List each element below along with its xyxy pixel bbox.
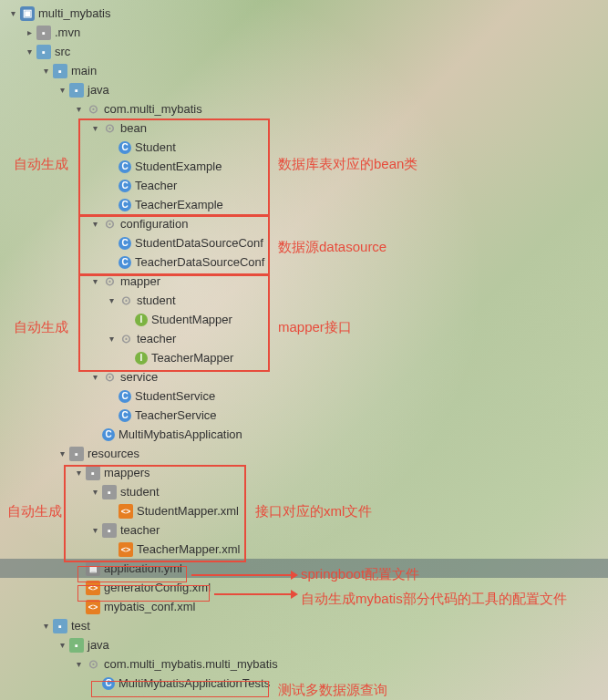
class-icon: C [119, 160, 131, 173]
folder-icon: ▪ [102, 523, 117, 538]
folder-icon: ▪ [36, 26, 51, 40]
tree-row-mapper-teacher[interactable]: ▾teacher [0, 329, 608, 348]
tree-row-mybatis-xml[interactable]: ▾<>mybatis_conf.xml [0, 597, 608, 616]
module-icon: ▣ [20, 6, 35, 21]
xml-icon: <> [119, 504, 133, 519]
class-icon: C [102, 428, 115, 441]
tree-row-class[interactable]: ▾CTeacherExample [0, 195, 608, 214]
tree-row-configuration[interactable]: ▾configuration [0, 214, 608, 233]
tree-row-test-java[interactable]: ▾▪java [0, 635, 608, 654]
tree-row-class[interactable]: ▾CStudentDataSourceConf [0, 233, 608, 252]
tree-row-main[interactable]: ▾▪main [0, 61, 608, 80]
tree-row-service[interactable]: ▾service [0, 367, 608, 386]
chevron-down-icon[interactable]: ▾ [7, 8, 18, 19]
tree-row-class[interactable]: ▾CStudentExample [0, 157, 608, 176]
chevron-down-icon[interactable]: ▾ [73, 104, 84, 115]
tree-row-xml[interactable]: ▾<>StudentMapper.xml [0, 501, 608, 520]
class-icon: C [119, 180, 131, 192]
package-icon [102, 370, 117, 385]
xml-icon: <> [86, 600, 100, 614]
chevron-down-icon[interactable]: ▾ [40, 621, 51, 632]
class-icon: C [119, 141, 131, 154]
project-tree: ▾▣multi_mybatis ▸▪.mvn ▾▪src ▾▪main ▾▪ja… [0, 0, 608, 696]
interface-icon: I [135, 352, 148, 365]
package-icon [86, 657, 100, 672]
class-icon: C [119, 256, 131, 269]
arrow-icon [214, 593, 292, 595]
tree-row-app-class[interactable]: ▾CMultiMybatisApplication [0, 425, 608, 444]
tree-row-xml[interactable]: ▾<>TeacherMapper.xml [0, 540, 608, 559]
tree-row-mapper-student[interactable]: ▾student [0, 291, 608, 310]
xml-icon: <> [119, 542, 133, 557]
class-icon: C [119, 237, 131, 250]
package-icon [119, 293, 133, 308]
tree-row-root[interactable]: ▾▣multi_mybatis [0, 4, 608, 23]
tree-row-class[interactable]: ▾CStudentService [0, 386, 608, 406]
package-icon [102, 217, 117, 232]
chevron-down-icon[interactable]: ▾ [89, 276, 100, 287]
chevron-down-icon[interactable]: ▾ [89, 372, 100, 383]
class-icon: C [102, 677, 115, 690]
xml-icon: <> [86, 581, 100, 595]
chevron-down-icon[interactable]: ▾ [73, 659, 84, 670]
tree-row-test[interactable]: ▾▪test [0, 616, 608, 635]
chevron-right-icon[interactable]: ▸ [24, 27, 35, 38]
tree-row-class[interactable]: ▾CTeacherService [0, 406, 608, 425]
folder-icon: ▪ [53, 619, 67, 633]
tree-row-class[interactable]: ▾CStudent [0, 138, 608, 157]
tree-row-mappers-student[interactable]: ▾▪student [0, 482, 608, 501]
tree-row-class[interactable]: ▾CTeacher [0, 176, 608, 195]
tree-row-gen-xml[interactable]: ▾<>generatorConfig.xml [0, 578, 608, 597]
tree-row-class[interactable]: ▾CTeacherDataSourceConf [0, 252, 608, 272]
package-icon [102, 121, 117, 136]
chevron-down-icon[interactable]: ▾ [89, 219, 100, 230]
tree-row-test-package[interactable]: ▾com.multi_mybatis.multi_mybatis [0, 654, 608, 674]
folder-icon: ▪ [69, 447, 84, 461]
class-icon: C [119, 390, 131, 403]
chevron-down-icon[interactable]: ▾ [106, 334, 117, 345]
chevron-down-icon[interactable]: ▾ [106, 295, 117, 306]
folder-icon: ▪ [69, 638, 84, 653]
chevron-down-icon[interactable]: ▾ [89, 525, 100, 536]
interface-icon: I [135, 314, 148, 326]
folder-icon: ▪ [53, 64, 67, 78]
chevron-down-icon[interactable]: ▾ [57, 85, 67, 96]
class-icon: C [119, 199, 131, 211]
yml-icon: ▤ [86, 561, 100, 576]
package-icon [86, 102, 100, 117]
folder-icon: ▪ [36, 45, 51, 59]
tree-row-interface[interactable]: ▾ITeacherMapper [0, 348, 608, 367]
chevron-down-icon[interactable]: ▾ [24, 46, 35, 57]
tree-row-mappers-teacher[interactable]: ▾▪teacher [0, 520, 608, 540]
folder-icon: ▪ [102, 485, 117, 499]
package-icon [119, 332, 133, 346]
tree-row-mappers[interactable]: ▾▪mappers [0, 463, 608, 482]
chevron-down-icon[interactable]: ▾ [40, 66, 51, 77]
tree-row-app-yml[interactable]: ▾▤application.yml [0, 559, 608, 578]
chevron-down-icon[interactable]: ▾ [57, 640, 67, 651]
tree-row-package[interactable]: ▾com.multi_mybatis [0, 99, 608, 118]
folder-icon: ▪ [86, 466, 100, 480]
arrow-icon [191, 574, 292, 576]
tree-row-bean[interactable]: ▾bean [0, 118, 608, 138]
class-icon: C [119, 409, 131, 422]
chevron-down-icon[interactable]: ▾ [89, 123, 100, 134]
tree-row-interface[interactable]: ▾IStudentMapper [0, 310, 608, 329]
tree-row-resources[interactable]: ▾▪resources [0, 444, 608, 463]
chevron-down-icon[interactable]: ▾ [73, 468, 84, 479]
package-icon [102, 274, 117, 289]
tree-row-test-class[interactable]: ▾CMultiMybatisApplicationTests [0, 674, 608, 693]
tree-row-java[interactable]: ▾▪java [0, 80, 608, 99]
tree-row-mvn[interactable]: ▸▪.mvn [0, 23, 608, 42]
chevron-down-icon[interactable]: ▾ [57, 448, 67, 459]
chevron-down-icon[interactable]: ▾ [89, 487, 100, 498]
folder-icon: ▪ [69, 83, 84, 98]
tree-row-src[interactable]: ▾▪src [0, 42, 608, 61]
tree-row-mapper[interactable]: ▾mapper [0, 272, 608, 291]
